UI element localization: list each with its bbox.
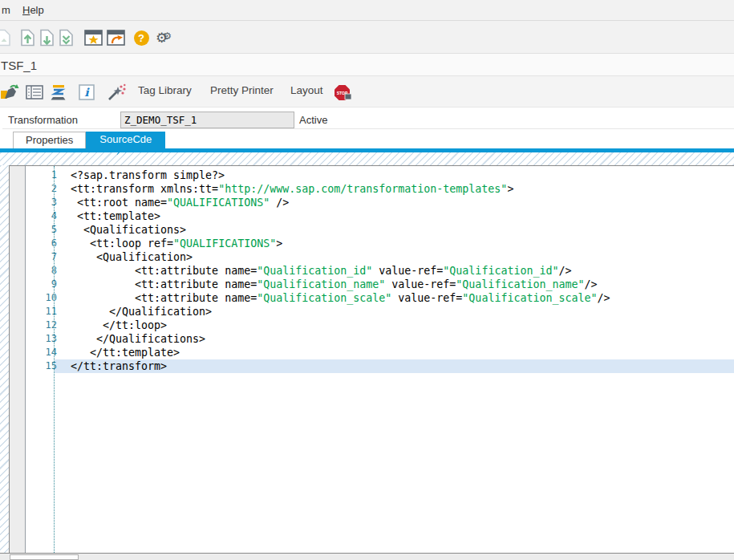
app-toolbar: i Tag Library Pretty Printer Layout STOP: [0, 76, 734, 108]
tag-library-button[interactable]: Tag Library: [138, 84, 192, 96]
code-row: <tt:attribute name="Qualification_scale"…: [71, 291, 610, 305]
transformation-name-field[interactable]: [120, 112, 294, 128]
breakpoint-stop-icon[interactable]: STOP: [334, 83, 353, 102]
new-session-window-icon[interactable]: [83, 28, 103, 47]
page-partial-icon[interactable]: [0, 28, 13, 47]
hatch-strip-left: [0, 165, 9, 553]
title-bar: TSF_1: [0, 54, 734, 76]
code-row: <tt:template>: [71, 209, 610, 223]
line-number-column: 123456789101112131415: [26, 168, 57, 373]
page-last-icon[interactable]: [56, 28, 75, 47]
code-row: </Qualifications>: [71, 332, 610, 346]
tab-sourcecde[interactable]: SourceCde: [86, 132, 165, 148]
menu-bar: m Help: [0, 0, 734, 21]
gutter-separator: [54, 166, 55, 553]
source-code-editor[interactable]: 123456789101112131415 <?sap.transform si…: [9, 165, 734, 553]
code-lines: <?sap.transform simple?><tt:transform xm…: [71, 168, 610, 373]
horizontal-scrollbar[interactable]: [0, 553, 734, 560]
pretty-printer-button[interactable]: Pretty Printer: [210, 84, 274, 96]
code-row: <?sap.transform simple?>: [71, 168, 610, 182]
code-row: <Qualifications>: [71, 223, 610, 237]
tab-properties[interactable]: Properties: [13, 132, 86, 148]
documentation-icon[interactable]: i: [77, 83, 96, 102]
settings-gears-icon[interactable]: ⚙⚙: [152, 28, 171, 47]
code-row: <tt:attribute name="Qualification_id" va…: [71, 264, 610, 278]
shortcut-window-icon[interactable]: [106, 28, 125, 47]
menu-item-help[interactable]: Help: [22, 4, 44, 16]
menu-item-partial[interactable]: m: [2, 4, 10, 16]
transformation-label: Transformation: [8, 114, 78, 126]
layout-button[interactable]: Layout: [290, 84, 323, 96]
code-row: </tt:loop>: [71, 319, 610, 332]
main-toolbar: ? ⚙⚙: [0, 21, 734, 54]
code-row: </tt:transform>: [71, 359, 610, 373]
status-text: Active: [299, 114, 327, 126]
code-row: </tt:template>: [71, 346, 610, 359]
help-icon[interactable]: ?: [132, 28, 151, 47]
check-stack-icon[interactable]: [49, 83, 68, 102]
horizontal-scrollbar-thumb[interactable]: [10, 554, 79, 560]
hatch-strip-top: [0, 152, 734, 165]
code-row: <tt:attribute name="Qualification_name" …: [71, 278, 610, 291]
sap-gui-window: m Help ? ⚙⚙ TSF_1: [0, 0, 734, 560]
page-up-icon[interactable]: [18, 28, 37, 47]
object-list-icon[interactable]: [25, 83, 44, 102]
tab-strip: Properties SourceCde: [13, 132, 165, 148]
code-row: <tt:root name="QUALIFICATIONS" />: [71, 196, 610, 209]
page-down-icon[interactable]: [37, 28, 56, 47]
display-change-icon[interactable]: [0, 83, 19, 102]
code-row: <Qualification>: [71, 250, 610, 264]
code-row: <tt:loop ref="QUALIFICATIONS">: [71, 237, 610, 250]
row-separator: [2, 128, 734, 129]
breakpoint-margin[interactable]: [10, 166, 26, 553]
pattern-wand-icon[interactable]: [107, 83, 126, 102]
code-row: </Qualification>: [71, 305, 610, 319]
code-row: <tt:transform xmlns:tt="http://www.sap.c…: [71, 182, 610, 196]
page-title: TSF_1: [1, 59, 37, 72]
